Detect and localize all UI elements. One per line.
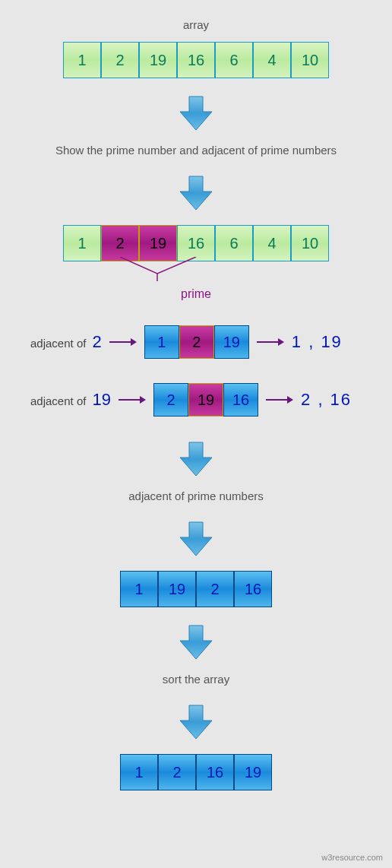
array-cell: 2 bbox=[153, 383, 188, 417]
label-text: adjacent of bbox=[30, 337, 90, 350]
step3-text: sort the array bbox=[163, 673, 229, 686]
array-cell: 19 bbox=[158, 571, 196, 607]
array-cell: 19 bbox=[214, 325, 249, 359]
arrow-right-icon bbox=[266, 394, 293, 406]
array-cell: 2 bbox=[101, 42, 139, 78]
array-cell: 16 bbox=[177, 225, 215, 261]
arrow-down-icon bbox=[179, 175, 213, 211]
array-sorted: 121619 bbox=[120, 754, 272, 790]
step1-text: Show the prime number and adjacent of pr… bbox=[55, 144, 337, 157]
array-cell: 1 bbox=[120, 571, 158, 607]
array-adjacent: 119216 bbox=[120, 571, 272, 607]
attribution-text: w3resource.com bbox=[321, 853, 383, 862]
label-text: adjacent of bbox=[30, 394, 90, 407]
arrow-right-icon bbox=[257, 336, 284, 348]
prime-connector-icon bbox=[63, 257, 329, 283]
array-cell: 4 bbox=[253, 42, 291, 78]
array-cell: 1 bbox=[120, 754, 158, 790]
array-cell: 19 bbox=[139, 42, 177, 78]
arrow-right-icon bbox=[109, 336, 137, 348]
result-text: 1 , 19 bbox=[292, 332, 343, 352]
array-cell: 19 bbox=[139, 225, 177, 261]
arrow-down-icon bbox=[179, 95, 213, 131]
array-cell: 2 bbox=[101, 225, 139, 261]
diagram-root: array 1219166410 Show the prime number a… bbox=[0, 15, 392, 795]
array-cell: 4 bbox=[253, 225, 291, 261]
array-cell: 19 bbox=[234, 754, 272, 790]
array-cell: 10 bbox=[291, 42, 329, 78]
array-cell: 2 bbox=[196, 571, 234, 607]
array-initial: 1219166410 bbox=[63, 42, 329, 78]
adjacent-label: adjacent of 19 bbox=[30, 390, 111, 410]
label-num: 19 bbox=[93, 390, 111, 410]
array-cell: 6 bbox=[215, 42, 253, 78]
array-cell: 16 bbox=[177, 42, 215, 78]
array-cell: 19 bbox=[188, 383, 223, 417]
array-cell: 16 bbox=[223, 383, 258, 417]
array-cell: 2 bbox=[158, 754, 196, 790]
arrow-down-icon bbox=[179, 704, 213, 740]
array-cell: 16 bbox=[234, 571, 272, 607]
label-num: 2 bbox=[93, 332, 102, 352]
array-cell: 2 bbox=[179, 325, 214, 359]
array-cell: 6 bbox=[215, 225, 253, 261]
array-cell: 10 bbox=[291, 225, 329, 261]
array-cell: 1 bbox=[63, 42, 101, 78]
triplet-row-2: adjacent of 19 21916 2 , 16 bbox=[0, 379, 392, 421]
array-cell: 1 bbox=[144, 325, 179, 359]
arrow-down-icon bbox=[179, 624, 213, 661]
adjacent-label: adjacent of 2 bbox=[30, 332, 102, 352]
arrow-down-icon bbox=[179, 441, 213, 477]
arrow-down-icon bbox=[179, 521, 213, 557]
array-cell: 16 bbox=[196, 754, 234, 790]
prime-label: prime bbox=[181, 287, 211, 301]
array-highlighted: 1219166410 bbox=[63, 225, 329, 261]
arrow-right-icon bbox=[119, 394, 146, 406]
result-text: 2 , 16 bbox=[301, 390, 352, 410]
triplet-row-1: adjacent of 2 1219 1 , 19 bbox=[0, 321, 392, 363]
array-cell: 1 bbox=[63, 225, 101, 261]
step2-text: adjacent of prime numbers bbox=[128, 489, 264, 502]
top-label: array bbox=[183, 18, 209, 31]
